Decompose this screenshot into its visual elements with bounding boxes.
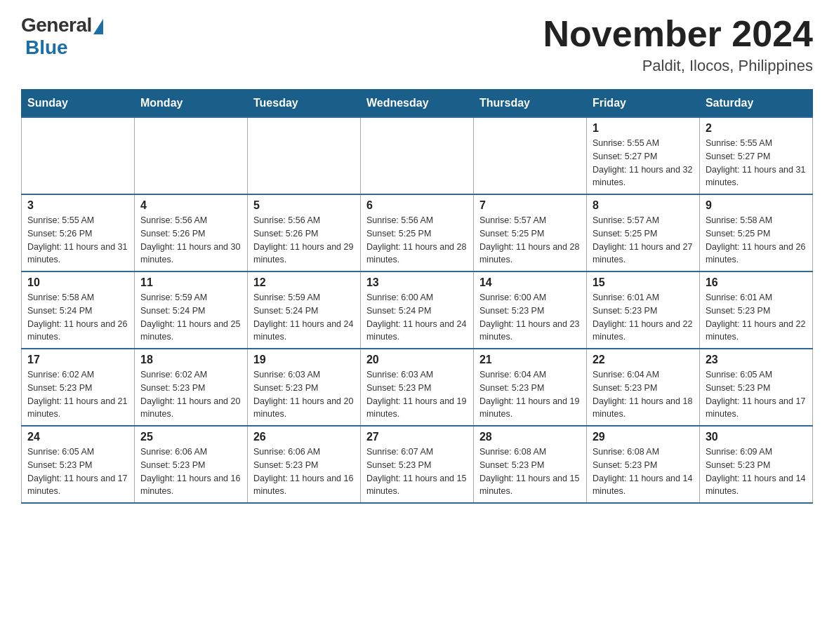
day-number: 17: [27, 354, 128, 366]
calendar-cell: 16Sunrise: 6:01 AMSunset: 5:23 PMDayligh…: [699, 271, 812, 349]
day-number: 30: [706, 431, 807, 443]
logo-triangle-icon: [93, 19, 103, 34]
day-info: Sunrise: 5:58 AMSunset: 5:25 PMDaylight:…: [706, 214, 807, 267]
calendar-cell: 21Sunrise: 6:04 AMSunset: 5:23 PMDayligh…: [473, 349, 586, 426]
day-number: 6: [366, 199, 468, 212]
calendar-cell: 11Sunrise: 5:59 AMSunset: 5:24 PMDayligh…: [134, 271, 247, 349]
calendar-cell: 28Sunrise: 6:08 AMSunset: 5:23 PMDayligh…: [473, 426, 586, 503]
day-info: Sunrise: 6:06 AMSunset: 5:23 PMDaylight:…: [253, 445, 355, 498]
day-number: 19: [253, 354, 355, 366]
day-number: 5: [253, 199, 355, 212]
day-number: 4: [140, 199, 241, 212]
calendar-header-row: Sunday Monday Tuesday Wednesday Thursday…: [22, 90, 813, 118]
calendar-cell: [473, 117, 586, 194]
title-section: November 2024 Paldit, Ilocos, Philippine…: [543, 14, 813, 75]
day-info: Sunrise: 6:08 AMSunset: 5:23 PMDaylight:…: [593, 445, 694, 498]
day-number: 7: [479, 199, 581, 212]
day-number: 21: [479, 354, 581, 366]
day-number: 27: [366, 431, 468, 443]
day-number: 23: [706, 354, 807, 366]
day-info: Sunrise: 5:58 AMSunset: 5:24 PMDaylight:…: [27, 291, 128, 344]
col-tuesday: Tuesday: [247, 90, 360, 118]
col-sunday: Sunday: [22, 90, 135, 118]
calendar-cell: 8Sunrise: 5:57 AMSunset: 5:25 PMDaylight…: [586, 194, 699, 271]
calendar-week-1: 1Sunrise: 5:55 AMSunset: 5:27 PMDaylight…: [22, 117, 813, 194]
calendar-cell: 26Sunrise: 6:06 AMSunset: 5:23 PMDayligh…: [247, 426, 360, 503]
calendar-table: Sunday Monday Tuesday Wednesday Thursday…: [21, 89, 813, 504]
day-info: Sunrise: 6:07 AMSunset: 5:23 PMDaylight:…: [366, 445, 468, 498]
day-number: 12: [253, 276, 355, 289]
day-info: Sunrise: 6:09 AMSunset: 5:23 PMDaylight:…: [706, 445, 807, 498]
calendar-cell: [247, 117, 360, 194]
calendar-cell: 6Sunrise: 5:56 AMSunset: 5:25 PMDaylight…: [360, 194, 473, 271]
day-info: Sunrise: 6:08 AMSunset: 5:23 PMDaylight:…: [479, 445, 581, 498]
calendar-cell: 25Sunrise: 6:06 AMSunset: 5:23 PMDayligh…: [134, 426, 247, 503]
calendar-cell: 27Sunrise: 6:07 AMSunset: 5:23 PMDayligh…: [360, 426, 473, 503]
day-number: 13: [366, 276, 468, 289]
day-info: Sunrise: 5:57 AMSunset: 5:25 PMDaylight:…: [479, 214, 581, 267]
calendar-cell: 3Sunrise: 5:55 AMSunset: 5:26 PMDaylight…: [22, 194, 135, 271]
calendar-cell: 4Sunrise: 5:56 AMSunset: 5:26 PMDaylight…: [134, 194, 247, 271]
day-info: Sunrise: 5:59 AMSunset: 5:24 PMDaylight:…: [140, 291, 241, 344]
day-number: 14: [479, 276, 581, 289]
day-info: Sunrise: 5:56 AMSunset: 5:26 PMDaylight:…: [140, 214, 241, 267]
calendar-week-2: 3Sunrise: 5:55 AMSunset: 5:26 PMDaylight…: [22, 194, 813, 271]
location-text: Paldit, Ilocos, Philippines: [543, 57, 813, 75]
calendar-cell: 17Sunrise: 6:02 AMSunset: 5:23 PMDayligh…: [22, 349, 135, 426]
day-info: Sunrise: 6:01 AMSunset: 5:23 PMDaylight:…: [706, 291, 807, 344]
logo-blue-text: Blue: [25, 36, 68, 59]
day-info: Sunrise: 5:55 AMSunset: 5:27 PMDaylight:…: [593, 137, 694, 189]
day-info: Sunrise: 5:59 AMSunset: 5:24 PMDaylight:…: [253, 291, 355, 344]
calendar-cell: 15Sunrise: 6:01 AMSunset: 5:23 PMDayligh…: [586, 271, 699, 349]
day-info: Sunrise: 6:03 AMSunset: 5:23 PMDaylight:…: [366, 368, 468, 421]
calendar-week-3: 10Sunrise: 5:58 AMSunset: 5:24 PMDayligh…: [22, 271, 813, 349]
day-number: 10: [27, 276, 128, 289]
month-year-title: November 2024: [543, 14, 813, 54]
col-monday: Monday: [134, 90, 247, 118]
day-info: Sunrise: 5:55 AMSunset: 5:27 PMDaylight:…: [706, 137, 807, 189]
day-number: 18: [140, 354, 241, 366]
calendar-cell: 18Sunrise: 6:02 AMSunset: 5:23 PMDayligh…: [134, 349, 247, 426]
day-info: Sunrise: 6:01 AMSunset: 5:23 PMDaylight:…: [593, 291, 694, 344]
calendar-cell: 1Sunrise: 5:55 AMSunset: 5:27 PMDaylight…: [586, 117, 699, 194]
calendar-cell: 7Sunrise: 5:57 AMSunset: 5:25 PMDaylight…: [473, 194, 586, 271]
calendar-cell: 29Sunrise: 6:08 AMSunset: 5:23 PMDayligh…: [586, 426, 699, 503]
col-thursday: Thursday: [473, 90, 586, 118]
calendar-cell: [134, 117, 247, 194]
calendar-cell: 19Sunrise: 6:03 AMSunset: 5:23 PMDayligh…: [247, 349, 360, 426]
day-info: Sunrise: 5:57 AMSunset: 5:25 PMDaylight:…: [593, 214, 694, 267]
day-info: Sunrise: 6:04 AMSunset: 5:23 PMDaylight:…: [593, 368, 694, 421]
calendar-week-5: 24Sunrise: 6:05 AMSunset: 5:23 PMDayligh…: [22, 426, 813, 503]
day-number: 26: [253, 431, 355, 443]
logo-general-text: General: [21, 14, 92, 36]
calendar-week-4: 17Sunrise: 6:02 AMSunset: 5:23 PMDayligh…: [22, 349, 813, 426]
calendar-cell: 9Sunrise: 5:58 AMSunset: 5:25 PMDaylight…: [699, 194, 812, 271]
day-info: Sunrise: 5:56 AMSunset: 5:25 PMDaylight:…: [366, 214, 468, 267]
day-number: 20: [366, 354, 468, 366]
logo: General Blue: [21, 14, 103, 59]
day-number: 16: [706, 276, 807, 289]
calendar-cell: 23Sunrise: 6:05 AMSunset: 5:23 PMDayligh…: [699, 349, 812, 426]
col-wednesday: Wednesday: [360, 90, 473, 118]
calendar-cell: 5Sunrise: 5:56 AMSunset: 5:26 PMDaylight…: [247, 194, 360, 271]
col-saturday: Saturday: [699, 90, 812, 118]
day-info: Sunrise: 5:55 AMSunset: 5:26 PMDaylight:…: [27, 214, 128, 267]
calendar-cell: 24Sunrise: 6:05 AMSunset: 5:23 PMDayligh…: [22, 426, 135, 503]
page-header: General Blue November 2024 Paldit, Iloco…: [21, 14, 813, 75]
day-number: 28: [479, 431, 581, 443]
calendar-cell: 20Sunrise: 6:03 AMSunset: 5:23 PMDayligh…: [360, 349, 473, 426]
day-number: 1: [593, 122, 694, 135]
calendar-cell: 13Sunrise: 6:00 AMSunset: 5:24 PMDayligh…: [360, 271, 473, 349]
col-friday: Friday: [586, 90, 699, 118]
day-number: 2: [706, 122, 807, 135]
day-number: 11: [140, 276, 241, 289]
calendar-cell: 30Sunrise: 6:09 AMSunset: 5:23 PMDayligh…: [699, 426, 812, 503]
calendar-cell: [22, 117, 135, 194]
calendar-cell: 2Sunrise: 5:55 AMSunset: 5:27 PMDaylight…: [699, 117, 812, 194]
day-info: Sunrise: 6:00 AMSunset: 5:23 PMDaylight:…: [479, 291, 581, 344]
day-number: 24: [27, 431, 128, 443]
calendar-cell: [360, 117, 473, 194]
day-number: 25: [140, 431, 241, 443]
day-info: Sunrise: 6:06 AMSunset: 5:23 PMDaylight:…: [140, 445, 241, 498]
day-number: 8: [593, 199, 694, 212]
